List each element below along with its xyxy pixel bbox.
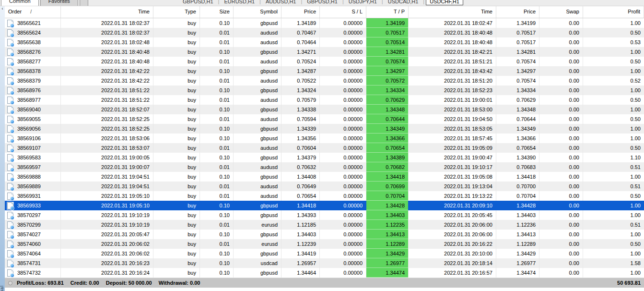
table-row[interactable]: 385695832022.01.31 19:00:05buy0.10gbpusd…	[5, 153, 644, 162]
nav-tab-stub[interactable]	[80, 0, 88, 6]
cell-sl: 0.00000	[320, 95, 366, 105]
order-number: 38569055	[17, 114, 41, 124]
header-size[interactable]: Size	[200, 6, 234, 18]
chart-tab-gbpusd-h1[interactable]: GBPUSD,H1	[304, 0, 341, 5]
header-open-price[interactable]: Price	[281, 6, 320, 18]
table-row[interactable]: 385656382022.01.31 18:02:48buy0.01audusd…	[5, 37, 644, 47]
cell-tp: 1.34366	[366, 133, 409, 143]
chart-tab-usdchf-h1[interactable]: USDCHF,H1	[426, 0, 463, 5]
table-row[interactable]: 385691062022.01.31 18:53:06buy0.10gbpusd…	[5, 133, 644, 143]
table-row[interactable]: 385740602022.01.31 20:06:02buy0.01eurusd…	[5, 239, 644, 249]
order-number: 38569597	[17, 162, 41, 172]
table-row[interactable]: 385690562022.01.31 18:52:25buy0.10gbpusd…	[5, 124, 644, 133]
cell-open-price: 1.34408	[281, 172, 320, 182]
table-row[interactable]: 385691072022.01.31 18:53:07buy0.01audusd…	[5, 143, 644, 153]
table-row[interactable]: 385683782022.01.31 18:42:22buy0.10gbpusd…	[5, 66, 644, 76]
cell-close-time: 2022.01.31 18:51:20	[409, 76, 496, 85]
table-row[interactable]: 385690402022.01.31 18:52:07buy0.10gbpusd…	[5, 105, 644, 114]
cell-close-price: 0.70654	[496, 143, 539, 153]
order-document-icon	[7, 97, 13, 104]
order-document-icon	[7, 183, 13, 190]
table-row[interactable]: 385656242022.01.31 18:02:37buy0.01audusd…	[5, 28, 644, 37]
header-sl[interactable]: S / L	[320, 6, 366, 18]
header-order[interactable]: Order/	[5, 6, 61, 18]
cell-tp: 0.70682	[366, 162, 409, 172]
cell-close-time: 2022.01.31 18:40:48	[409, 28, 496, 37]
header-close-time[interactable]: Time	[409, 6, 496, 18]
table-row[interactable]: 385702992022.01.31 19:10:19buy0.01eurusd…	[5, 220, 644, 230]
cell-open-time: 2022.01.31 18:52:07	[61, 105, 153, 114]
chart-tab-usdcad-h1[interactable]: USDCAD,H1	[385, 0, 422, 5]
header-symbol[interactable]: Symbol	[234, 6, 281, 18]
cell-open-price: 0.70649	[281, 182, 320, 191]
terminal-panel-title: Terminal	[0, 285, 4, 291]
chart-tab-audusd-h1[interactable]: AUDUSD,H1	[262, 0, 300, 5]
cell-open-time: 2022.01.31 18:02:37	[61, 18, 153, 28]
table-row[interactable]: 385740272022.01.31 20:05:47buy0.10gbpusd…	[5, 230, 644, 239]
cell-close-time: 2022.01.31 18:02:47	[409, 18, 496, 28]
cell-open-time: 2022.01.31 18:52:25	[61, 114, 153, 124]
table-row[interactable]: 385702972022.01.31 19:10:19buy0.10gbpusd…	[5, 210, 644, 220]
cell-close-price: 1.34334	[496, 85, 539, 95]
header-tp[interactable]: T / P	[366, 6, 409, 18]
cell-order: 38569888	[5, 172, 61, 182]
table-row[interactable]: 385656212022.01.31 18:02:37buy0.10gbpusd…	[5, 18, 644, 28]
order-document-icon	[7, 20, 13, 27]
cell-order: 38569040	[5, 105, 61, 114]
header-type[interactable]: Type	[153, 6, 200, 18]
cell-tp: 1.34403	[366, 210, 409, 220]
table-row[interactable]: 385682762022.01.31 18:40:48buy0.10gbpusd…	[5, 47, 644, 57]
cell-size: 0.10	[200, 85, 234, 95]
cell-size: 0.10	[200, 105, 234, 114]
table-row[interactable]: 385683792022.01.31 18:42:22buy0.01audusd…	[5, 76, 644, 85]
table-row[interactable]: 385690552022.01.31 18:52:25buy0.01audusd…	[5, 114, 644, 124]
table-row[interactable]: 385747322022.01.31 20:16:24buy0.10gbpusd…	[5, 268, 644, 278]
table-row[interactable]: 385747312022.01.31 20:16:23buy0.10usdcad…	[5, 258, 644, 268]
cell-close-price: 1.34281	[496, 47, 539, 57]
cell-swap: 0.00	[539, 153, 583, 162]
cell-tp: 1.12235	[366, 220, 409, 230]
nav-tab-common[interactable]: Common	[1, 0, 39, 6]
cell-profit: 0.50	[583, 95, 644, 105]
table-row[interactable]: 385698882022.01.31 19:04:51buy0.10gbpusd…	[5, 172, 644, 182]
chart-tab-gbpusd-h1[interactable]: GBPUSD,H1	[179, 0, 217, 5]
table-row[interactable]: 385699332022.01.31 19:05:10buy0.10gbpusd…	[5, 201, 644, 210]
table-row[interactable]: 385689772022.01.31 18:51:22buy0.01audusd…	[5, 95, 644, 105]
cell-tp: 1.34389	[366, 153, 409, 162]
header-open-time[interactable]: Time	[61, 6, 153, 18]
table-row[interactable]: 385698892022.01.31 19:04:51buy0.01audusd…	[5, 182, 644, 191]
table-row[interactable]: 385740642022.01.31 20:06:02buy0.10gbpusd…	[5, 249, 644, 258]
table-row[interactable]: 385682772022.01.31 18:40:48buy0.01audusd…	[5, 57, 644, 66]
cell-swap: 0.00	[539, 124, 583, 133]
cell-open-price: 0.70632	[281, 162, 320, 172]
header-profit[interactable]: Profit	[583, 6, 644, 18]
cell-tp: 1.34474	[366, 268, 409, 278]
table-row[interactable]: 385699312022.01.31 19:05:10buy0.01audusd…	[5, 191, 644, 201]
cell-close-time: 2022.01.31 19:13:22	[409, 191, 496, 201]
cell-swap: 0.00	[539, 182, 583, 191]
cell-size: 0.10	[200, 172, 234, 182]
cell-close-time: 2022.01.31 20:09:10	[409, 201, 496, 210]
table-row[interactable]: 385695972022.01.31 19:00:07buy0.01audusd…	[5, 162, 644, 172]
cell-open-time: 2022.01.31 20:16:24	[61, 268, 153, 278]
cell-profit: 0.52	[583, 76, 644, 85]
cell-tp: 0.70574	[366, 57, 409, 66]
nav-tab-favorites[interactable]: Favorites	[40, 0, 78, 6]
cell-profit: 0.50	[583, 143, 644, 153]
order-document-icon	[7, 145, 13, 152]
header-swap[interactable]: Swap	[539, 6, 583, 18]
cell-symbol: audusd	[234, 191, 281, 201]
cell-swap: 0.00	[539, 66, 583, 76]
cell-order: 38569107	[5, 143, 61, 153]
cell-type: buy	[153, 47, 200, 57]
cell-sl: 0.00000	[320, 143, 366, 153]
cell-size: 0.01	[200, 37, 234, 47]
table-row[interactable]: 385689762022.01.31 18:51:22buy0.10gbpusd…	[5, 85, 644, 95]
collapse-arrow-icon[interactable]: ‹	[0, 7, 5, 11]
header-close-price[interactable]: Price	[496, 6, 539, 18]
cell-close-time: 2022.01.31 19:05:08	[409, 172, 496, 182]
chart-tab-usdjpy-h1[interactable]: USDJPY,H1	[345, 0, 380, 5]
cell-sl: 0.00000	[320, 201, 366, 210]
chart-tab-eurusd-h1[interactable]: EURUSD,H1	[221, 0, 258, 5]
cell-open-price: 1.34393	[281, 210, 320, 220]
